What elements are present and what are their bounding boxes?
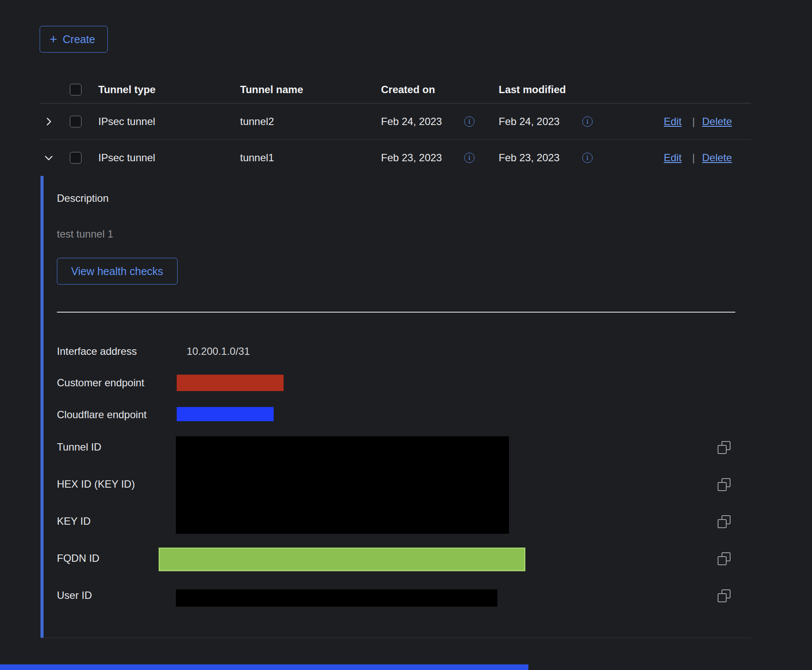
created-on-cell: Feb 23, 2023 [381, 152, 442, 164]
tunnel-id-label: Tunnel ID [57, 441, 101, 453]
info-icon[interactable] [582, 153, 593, 163]
tunnel-type-cell: IPsec tunnel [98, 116, 155, 128]
cloudflare-endpoint-redacted-value [177, 407, 274, 421]
tunnel-name-cell: tunnel2 [240, 116, 274, 128]
view-health-checks-label: View health checks [71, 265, 163, 278]
copy-icon[interactable] [718, 478, 730, 490]
tunnel-type-cell: IPsec tunnel [98, 152, 155, 164]
chevron-right-icon[interactable] [42, 115, 55, 128]
expanded-row-accent-bar [41, 176, 44, 638]
edit-link[interactable]: Edit [664, 116, 681, 128]
edit-link[interactable]: Edit [664, 152, 681, 164]
user-id-redacted-value [176, 589, 497, 607]
key-id-label: KEY ID [57, 515, 91, 527]
delete-link[interactable]: Delete [702, 116, 732, 128]
copy-icon[interactable] [718, 441, 730, 453]
plus-icon: + [50, 33, 57, 46]
chevron-down-icon[interactable] [42, 151, 55, 164]
hex-id-label: HEX ID (KEY ID) [57, 478, 135, 490]
horizontal-scrollbar[interactable] [0, 664, 528, 670]
description-value: test tunnel 1 [57, 228, 113, 240]
fqdn-id-label: FQDN ID [57, 552, 100, 564]
copy-icon[interactable] [718, 589, 730, 601]
column-header-tunnel-type: Tunnel type [98, 84, 156, 96]
info-icon[interactable] [464, 116, 475, 127]
last-modified-cell: Feb 24, 2023 [499, 116, 559, 128]
column-header-last-modified: Last modified [499, 84, 566, 96]
create-button-label: Create [63, 33, 95, 46]
cloudflare-endpoint-label: Cloudflare endpoint [57, 409, 147, 421]
fqdn-id-redacted-value [159, 548, 525, 571]
user-id-label: User ID [57, 589, 92, 601]
row-checkbox[interactable] [70, 116, 81, 127]
interface-address-label: Interface address [57, 345, 137, 357]
detail-divider [57, 312, 735, 313]
table-header-row: Tunnel type Tunnel name Created on Last … [40, 76, 751, 103]
column-header-created-on: Created on [381, 84, 435, 96]
action-separator: | [692, 152, 695, 164]
table-row-tunnel2: IPsec tunnel tunnel2 Feb 24, 2023 Feb 24… [40, 103, 751, 140]
interface-address-value: 10.200.1.0/31 [187, 345, 250, 357]
tunnel-ids-redacted-block [176, 436, 509, 534]
customer-endpoint-label: Customer endpoint [57, 377, 144, 389]
description-label: Description [57, 192, 109, 204]
last-modified-cell: Feb 23, 2023 [499, 152, 559, 164]
create-button[interactable]: + Create [40, 26, 108, 53]
tunnels-page: + Create Tunnel type Tunnel name Created… [0, 0, 812, 670]
view-health-checks-button[interactable]: View health checks [57, 258, 178, 285]
row-checkbox[interactable] [70, 152, 81, 164]
customer-endpoint-redacted-value [177, 375, 284, 391]
copy-icon[interactable] [718, 552, 730, 564]
tunnel-name-cell: tunnel1 [240, 152, 274, 164]
column-header-tunnel-name: Tunnel name [240, 84, 303, 96]
info-icon[interactable] [464, 153, 475, 163]
table-row-tunnel1: IPsec tunnel tunnel1 Feb 23, 2023 Feb 23… [40, 140, 751, 176]
info-icon[interactable] [582, 116, 593, 127]
created-on-cell: Feb 24, 2023 [381, 116, 442, 128]
detail-bottom-divider [41, 638, 751, 638]
copy-icon[interactable] [718, 515, 730, 527]
action-separator: | [692, 116, 695, 128]
select-all-checkbox[interactable] [70, 84, 81, 95]
delete-link[interactable]: Delete [702, 152, 732, 164]
